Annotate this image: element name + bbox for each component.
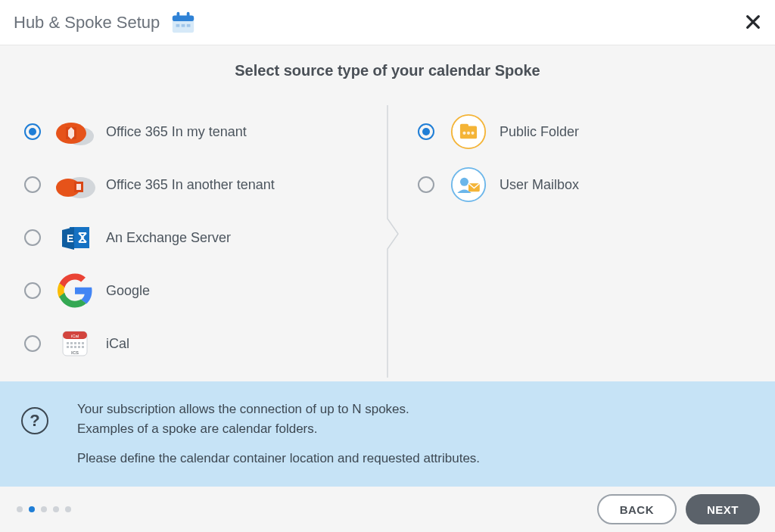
option-office365-my-tenant[interactable]: Office 365 In my tenant (24, 105, 388, 158)
radio-google[interactable] (24, 282, 41, 299)
svg-rect-22 (78, 342, 80, 344)
help-icon: ? (21, 407, 48, 434)
option-label: Google (106, 283, 150, 299)
back-button[interactable]: BACK (597, 494, 677, 524)
svg-rect-25 (70, 346, 73, 348)
step-indicator (17, 506, 71, 512)
radio-user-mailbox[interactable] (418, 176, 434, 193)
next-button[interactable]: NEXT (686, 494, 760, 524)
option-label: Office 365 In my tenant (106, 124, 247, 140)
option-label: User Mailbox (500, 177, 579, 193)
option-label: iCal (106, 336, 129, 352)
step-dot (41, 506, 47, 512)
options-container: Office 365 In my tenant Office 365 In an… (0, 105, 775, 378)
radio-ical[interactable] (24, 335, 41, 352)
option-public-folder[interactable]: Public Folder (418, 105, 755, 158)
exchange-server-icon: E (53, 219, 97, 256)
dialog-header: Hub & Spoke Setup (0, 0, 775, 45)
radio-office365-other-tenant[interactable] (24, 176, 41, 193)
svg-rect-3 (187, 11, 190, 17)
option-office365-other-tenant[interactable]: Office 365 In another tenant (24, 158, 388, 211)
target-column: Public Folder User Mailbox (388, 105, 755, 378)
step-dot (17, 506, 23, 512)
source-column: Office 365 In my tenant Office 365 In an… (20, 105, 388, 378)
info-panel: ? Your subscription allows the connectio… (0, 381, 775, 487)
info-line3: Please define the calendar container loc… (77, 449, 480, 468)
option-ical[interactable]: iCal ICS iCal (24, 317, 388, 370)
step-dot (53, 506, 59, 512)
info-line1: Your subscription allows the connection … (77, 402, 409, 416)
svg-rect-1 (173, 15, 194, 21)
option-user-mailbox[interactable]: User Mailbox (418, 158, 755, 211)
svg-rect-20 (70, 342, 73, 344)
svg-rect-26 (74, 346, 76, 348)
svg-rect-24 (67, 346, 69, 348)
option-google[interactable]: Google (24, 264, 388, 317)
calendar-icon (170, 10, 196, 36)
ical-icon: iCal ICS (53, 325, 97, 362)
svg-rect-32 (460, 124, 468, 129)
info-line2: Examples of a spoke are calendar folders… (77, 422, 318, 436)
svg-point-35 (472, 132, 475, 135)
option-exchange-server[interactable]: E An Exchange Server (24, 211, 388, 264)
google-icon (53, 272, 97, 309)
option-label: Office 365 In another tenant (106, 177, 275, 193)
user-mailbox-icon (447, 166, 490, 203)
svg-rect-5 (182, 23, 185, 26)
svg-rect-19 (67, 342, 69, 344)
radio-office365-my-tenant[interactable] (24, 123, 41, 140)
svg-point-33 (462, 132, 465, 135)
step-dot-active (29, 506, 35, 512)
step-dot (65, 506, 71, 512)
page-subtitle: Select source type of your calendar Spok… (0, 62, 775, 79)
dialog-footer: BACK NEXT (0, 487, 775, 532)
svg-text:ICS: ICS (71, 350, 79, 355)
svg-rect-4 (176, 23, 180, 26)
header-title: Hub & Spoke Setup (14, 13, 160, 33)
svg-point-34 (467, 132, 470, 135)
svg-rect-21 (74, 342, 76, 344)
svg-rect-27 (78, 346, 80, 348)
svg-text:iCal: iCal (71, 334, 79, 338)
office365-other-tenant-icon (53, 166, 97, 203)
dialog-body: Select source type of your calendar Spok… (0, 45, 775, 378)
radio-public-folder[interactable] (418, 123, 434, 140)
svg-text:E: E (67, 232, 73, 244)
svg-rect-23 (82, 342, 84, 344)
svg-rect-6 (187, 23, 191, 26)
office365-my-tenant-icon (53, 114, 97, 150)
radio-exchange-server[interactable] (24, 229, 41, 246)
svg-rect-28 (82, 346, 84, 348)
svg-rect-2 (177, 11, 180, 17)
option-label: Public Folder (500, 124, 579, 140)
public-folder-icon (447, 114, 490, 150)
close-button[interactable] (742, 11, 764, 33)
svg-point-37 (460, 178, 468, 186)
info-text: Your subscription allows the connection … (77, 400, 480, 468)
option-label: An Exchange Server (106, 230, 231, 246)
